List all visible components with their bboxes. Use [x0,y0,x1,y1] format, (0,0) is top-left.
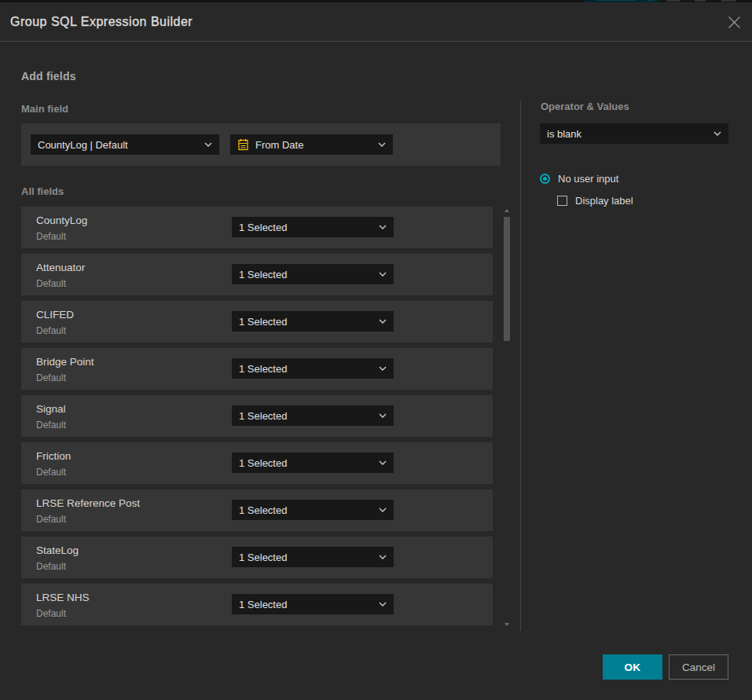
scrollbar-up-arrow[interactable] [504,209,509,212]
field-type: Default [36,467,66,478]
chevron-down-icon [379,460,387,465]
chevron-down-icon [204,142,212,147]
backdrop-mark [647,0,655,1]
all-fields-list: CountyLog Default 1 Selected Attenuator … [21,207,493,631]
chevron-down-icon [379,602,387,607]
main-field-row: CountyLog | Default From Date [21,123,501,166]
field-row: StateLog Default 1 Selected [21,537,493,578]
field-type: Default [36,325,66,336]
vertical-divider [520,101,521,631]
field-row: Signal Default 1 Selected [21,395,493,437]
field-row: Bridge Point Default 1 Selected [21,348,493,390]
field-name: LRSE NHS [36,592,90,603]
field-name: LRSE Reference Post [36,497,140,509]
field-selection-dropdown[interactable]: 1 Selected [232,358,394,379]
calendar-icon [237,138,249,151]
display-label-label: Display label [575,195,633,207]
field-type: Default [36,231,66,242]
chevron-down-icon [379,225,387,229]
field-row: LRSE Reference Post Default 1 Selected [21,489,493,531]
display-label-checkbox[interactable] [557,196,567,206]
field-name: Signal [36,403,66,415]
operator-dropdown[interactable]: is blank [540,123,728,144]
field-selection-dropdown[interactable]: 1 Selected [232,311,394,332]
operator-dropdown-value: is blank [547,128,581,140]
no-user-input-label: No user input [558,173,618,185]
field-selection-dropdown[interactable]: 1 Selected [232,217,394,237]
backdrop-mark [597,0,636,1]
field-name: Friction [36,450,71,462]
no-user-input-radio[interactable]: No user input [540,173,618,185]
chevron-down-icon [713,131,721,136]
main-layer-dropdown-value: CountyLog | Default [38,139,128,151]
dialog-title: Group SQL Expression Builder [10,15,193,29]
field-name: Bridge Point [36,356,94,368]
field-name: Attenuator [36,262,85,273]
operator-values-label: Operator & Values [541,101,629,112]
main-layer-dropdown[interactable]: CountyLog | Default [31,134,219,155]
field-name: CLIFED [36,309,74,321]
field-row: Attenuator Default 1 Selected [21,254,493,295]
field-type: Default [36,608,66,619]
main-field-dropdown[interactable]: From Date [230,134,393,155]
field-row: CLIFED Default 1 Selected [21,301,493,343]
chevron-down-icon [379,555,387,559]
radio-selected-icon [540,174,550,184]
backdrop-mark [666,0,680,2]
field-selection-dropdown[interactable]: 1 Selected [232,594,394,614]
field-selection-dropdown[interactable]: 1 Selected [232,547,394,567]
field-type: Default [36,278,66,289]
field-type: Default [36,420,66,431]
main-field-label: Main field [21,103,68,115]
field-name: StateLog [36,544,79,556]
chevron-down-icon [379,319,387,324]
chevron-down-icon [379,272,387,277]
ok-button[interactable]: OK [603,654,662,680]
chevron-down-icon [379,366,387,371]
field-selection-dropdown[interactable]: 1 Selected [232,453,394,473]
header-divider [0,41,752,42]
field-selection-dropdown[interactable]: 1 Selected [232,500,394,520]
scrollbar-thumb[interactable] [504,217,510,341]
field-row: LRSE NHS Default 1 Selected [21,584,493,625]
display-label-checkbox-row[interactable]: Display label [557,195,633,207]
all-fields-label: All fields [21,185,64,197]
chevron-down-icon [379,508,387,512]
main-field-dropdown-value: From Date [255,139,303,151]
field-name: CountyLog [36,214,87,226]
add-fields-heading: Add fields [21,70,76,82]
field-row: CountyLog Default 1 Selected [21,207,493,248]
field-selection-dropdown[interactable]: 1 Selected [232,405,394,426]
close-button[interactable] [725,13,743,31]
field-type: Default [36,372,66,383]
close-icon [728,16,741,29]
cancel-button[interactable]: Cancel [669,654,728,680]
backdrop-mark [721,0,735,2]
scrollbar-down-arrow[interactable] [504,623,509,626]
field-row: Friction Default 1 Selected [21,442,493,484]
backdrop-mark [695,0,706,2]
field-type: Default [36,514,66,525]
field-type: Default [36,561,66,572]
field-selection-dropdown[interactable]: 1 Selected [232,264,394,284]
group-sql-expression-builder-dialog: Group SQL Expression Builder Add fields … [0,0,752,700]
chevron-down-icon [379,413,387,418]
chevron-down-icon [378,142,386,147]
app-background-strip [0,0,752,2]
